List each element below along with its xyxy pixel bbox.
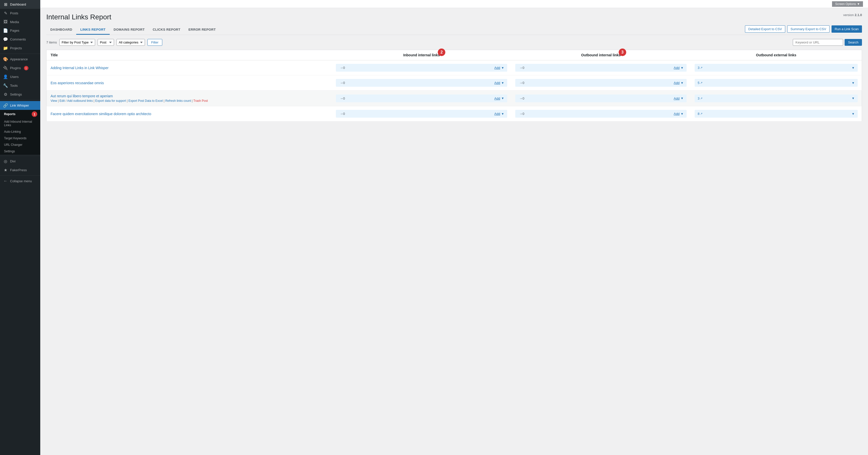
add-outbound-link-2[interactable]: Add [674, 81, 680, 85]
filter-button[interactable]: Filter [148, 39, 162, 46]
fakerpress-icon: ★ [3, 168, 8, 172]
inbound-cell-3: →0 Add ▼ [332, 91, 511, 106]
sidebar-item-users[interactable]: 👤 Users [0, 72, 40, 81]
sidebar-item-reports[interactable]: Reports 1 [0, 110, 40, 119]
tab-dashboard[interactable]: DASHBOARD [46, 25, 76, 35]
sidebar-item-dashboard[interactable]: ⊞ Dashboard [0, 0, 40, 9]
content-area: Internal Links Report version 2.1.0 DASH… [40, 8, 868, 455]
sidebar-item-lw-settings[interactable]: Settings [0, 148, 40, 155]
tab-actions: Detailed Export to CSV Summary Export to… [745, 25, 862, 35]
export-excel-3[interactable]: Export Post Data to Excel [128, 99, 163, 103]
screen-options-button[interactable]: Screen Options ▼ [832, 1, 863, 7]
sidebar-item-pages[interactable]: 📄 Pages [0, 26, 40, 35]
add-inbound-link-1[interactable]: Add [494, 66, 500, 70]
ext-count-4: 8 [698, 112, 700, 116]
outbound-dropdown-2[interactable]: ▼ [681, 81, 684, 85]
inbound-count-1: →0 [339, 66, 345, 70]
inbound-dropdown-3[interactable]: ▼ [501, 97, 504, 100]
outbound-count-1: →0 [518, 66, 524, 70]
main-content: Screen Options ▼ Internal Links Report v… [40, 0, 868, 455]
sidebar-item-tools[interactable]: 🔧 Tools [0, 81, 40, 90]
version-info: version 2.1.0 [843, 13, 862, 17]
sidebar-item-target-keywords[interactable]: Target Keywords [0, 135, 40, 141]
trash-post-3[interactable]: Trash Post [193, 99, 208, 103]
post-title-link-1[interactable]: Adding Internal Links in Link Whisper [51, 66, 108, 70]
collapse-icon: ← [3, 179, 8, 183]
tab-links-report[interactable]: LINKS REPORT [76, 25, 110, 35]
inbound-dropdown-2[interactable]: ▼ [501, 81, 504, 85]
detailed-export-button[interactable]: Detailed Export to CSV [745, 25, 785, 33]
filter-row: 7 items Filter by Post Type Post Page Po… [46, 39, 862, 46]
run-scan-button[interactable]: Run a Link Scan [832, 25, 862, 33]
sidebar-item-settings[interactable]: ⚙ Settings [0, 90, 40, 99]
outbound-dropdown-4[interactable]: ▼ [681, 112, 684, 116]
col-inbound-internal: Inbound internal links 2 [332, 50, 511, 60]
users-icon: 👤 [3, 74, 8, 79]
table-row: Eos asperiores recusandae omnis →0 Add ▼ [46, 75, 862, 91]
posts-icon: ✎ [3, 11, 8, 15]
post-title-cell: Adding Internal Links in Link Whisper [46, 60, 332, 75]
collapse-menu[interactable]: ← Collapse menu [0, 177, 40, 185]
sidebar-item-appearance[interactable]: 🎨 Appearance [0, 55, 40, 64]
add-outbound-link-3[interactable]: Add outbound links [67, 99, 93, 103]
screen-options-chevron-icon: ▼ [857, 2, 860, 6]
link-whisper-submenu: Reports 1 Add Inbound Internal Links Aut… [0, 110, 40, 155]
post-type-filter[interactable]: Filter by Post Type Post Page [59, 39, 95, 46]
ext-dropdown-4[interactable]: ▼ [851, 112, 855, 116]
post-title-link-3[interactable]: Aut rerum qui libero tempore et aperiam [51, 94, 113, 98]
add-inbound-link-3[interactable]: Add [494, 97, 500, 100]
table-row: Adding Internal Links in Link Whisper →0… [46, 60, 862, 75]
col-title: Title [46, 50, 332, 60]
sidebar-item-comments[interactable]: 💬 Comments [0, 35, 40, 44]
page-header: Internal Links Report version 2.1.0 [46, 13, 862, 21]
sidebar-item-url-changer[interactable]: URL Changer [0, 141, 40, 148]
add-outbound-link-1[interactable]: Add [674, 66, 680, 70]
search-button[interactable]: Search [845, 39, 862, 46]
post-title-link-2[interactable]: Eos asperiores recusandae omnis [51, 81, 104, 85]
ext-dropdown-1[interactable]: ▼ [851, 66, 855, 70]
add-outbound-link-3b[interactable]: Add [674, 97, 680, 100]
tab-domains-report[interactable]: DOMAINS REPORT [110, 25, 149, 35]
post-title-link-4[interactable]: Facere quidem exercitationem similique d… [51, 112, 151, 116]
tab-clicks-report[interactable]: CLICKS REPORT [149, 25, 184, 35]
sidebar-item-auto-linking[interactable]: Auto-Linking [0, 128, 40, 135]
categories-select[interactable]: All categories Category 1 [117, 39, 145, 46]
link-whisper-icon: 🔗 [3, 103, 8, 108]
outbound-cell-4: →0 Add ▼ [511, 106, 691, 122]
outbound-dropdown-3[interactable]: ▼ [681, 97, 684, 100]
refresh-links-3[interactable]: Refresh links count [165, 99, 191, 103]
add-inbound-link-4[interactable]: Add [494, 112, 500, 116]
row-actions-3: View | Edit / Add outbound links | Expor… [51, 99, 328, 103]
outbound-cell-1: →0 Add ▼ [511, 60, 691, 75]
sidebar-item-posts[interactable]: ✎ Posts [0, 9, 40, 18]
ext-link-cell-1: 3 ↗ ▼ [695, 64, 858, 72]
sidebar-item-add-inbound[interactable]: Add Inbound Internal Links [0, 119, 40, 128]
export-support-3[interactable]: Export data for support [95, 99, 126, 103]
col-outbound-internal: Outbound internal links 3 [511, 50, 691, 60]
sidebar-item-fakerpress[interactable]: ★ FakerPress [0, 166, 40, 174]
reports-badge: 1 [32, 111, 37, 117]
ext-dropdown-2[interactable]: ▼ [851, 81, 855, 85]
summary-export-button[interactable]: Summary Export to CSV [787, 25, 830, 33]
outbound-dropdown-1[interactable]: ▼ [681, 66, 684, 70]
add-outbound-link-4[interactable]: Add [674, 112, 680, 116]
ext-count-1: 3 [698, 66, 700, 70]
inbound-dropdown-4[interactable]: ▼ [501, 112, 504, 116]
sidebar-item-plugins[interactable]: 🔌 Plugins 1 [0, 64, 40, 72]
sidebar-item-media[interactable]: 🖼 Media [0, 18, 40, 26]
topbar: Screen Options ▼ [40, 0, 868, 8]
edit-link-3[interactable]: Edit [60, 99, 65, 103]
ext-dropdown-3[interactable]: ▼ [851, 97, 855, 100]
pages-icon: 📄 [3, 28, 8, 33]
inbound-dropdown-1[interactable]: ▼ [501, 66, 504, 70]
tabs-bar: DASHBOARD LINKS REPORT DOMAINS REPORT CL… [46, 25, 862, 35]
sidebar-item-divi[interactable]: ◎ Divi [0, 157, 40, 166]
plugins-badge: 1 [24, 66, 28, 70]
tab-error-report[interactable]: ERROR REPORT [184, 25, 220, 35]
search-input[interactable] [793, 39, 843, 46]
sidebar-item-projects[interactable]: 📁 Projects [0, 44, 40, 53]
post-type-select[interactable]: Post Page [98, 39, 114, 46]
add-inbound-link-2[interactable]: Add [494, 81, 500, 85]
sidebar-item-link-whisper[interactable]: 🔗 Link Whisper [0, 101, 40, 110]
view-link-3[interactable]: View [51, 99, 57, 103]
